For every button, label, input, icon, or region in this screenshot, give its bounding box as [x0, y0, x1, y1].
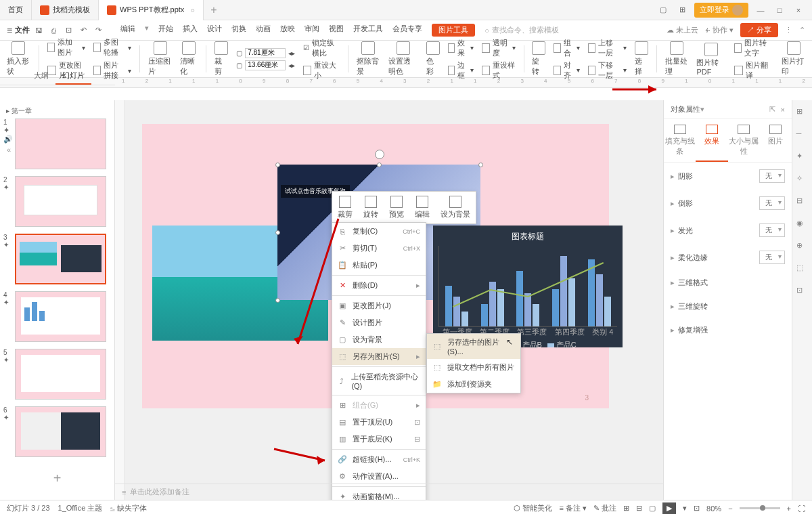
sub-extract-all[interactable]: ⬚提取文档中所有图片 — [427, 359, 520, 376]
notes-placeholder[interactable]: 单击此处添加备注 — [130, 487, 189, 497]
print-icon[interactable]: ⎙ — [47, 24, 60, 37]
share-button[interactable]: ↗ 分享 — [740, 23, 778, 37]
menu-review[interactable]: 审阅 — [304, 24, 319, 37]
side-icon-6[interactable]: ◉ — [796, 219, 809, 231]
set-trans-button[interactable]: 设置透明色 — [388, 41, 418, 77]
ctx-set-bg[interactable]: ▢设为背景 — [332, 331, 426, 348]
ctx-action[interactable]: ⚙动作设置(A)... — [332, 468, 426, 485]
color-button[interactable]: 色彩 — [426, 41, 440, 77]
comments-toggle[interactable]: ✎ 批注 — [593, 503, 616, 513]
notes-toggle[interactable]: ≡ 备注 ▾ — [559, 503, 587, 513]
view-reading-icon[interactable]: ▢ — [649, 504, 656, 513]
add-pic-button[interactable]: 添加图片 ▾ — [47, 37, 85, 58]
panel-close-icon[interactable]: × — [781, 106, 785, 114]
rp-tab-effect[interactable]: 效果 — [696, 119, 727, 162]
ctx-paste[interactable]: 📋粘贴(P) — [332, 257, 426, 274]
rp-tab-size[interactable]: 大小与属性 — [728, 119, 760, 162]
search-input[interactable]: ○ 查找命令、搜索模板 — [484, 25, 559, 35]
ctx-group[interactable]: ⊞组合(G)▸ — [332, 397, 426, 414]
remove-bg-button[interactable]: 抠除背景 — [357, 41, 380, 77]
rp-fix[interactable]: ▸修复增强 — [664, 318, 792, 342]
fit-icon[interactable]: ⛶ — [798, 505, 805, 513]
pin-icon[interactable]: ⇱ — [769, 105, 775, 114]
zoom-value[interactable]: 80% — [706, 505, 721, 513]
side-icon-7[interactable]: ⊕ — [796, 241, 809, 253]
menu-view[interactable]: 视图 — [329, 24, 344, 37]
ctx-delete[interactable]: ✕删除(D)▸ — [332, 277, 426, 294]
pic-trans-button[interactable]: 图片翻译 — [734, 60, 773, 81]
ctx-save-as[interactable]: ⬚另存为图片(S)▸ — [332, 348, 426, 365]
view-sorter-icon[interactable]: ⊟ — [636, 504, 642, 513]
menu-start[interactable]: 开始 — [158, 24, 173, 37]
zoom-slider[interactable] — [740, 507, 780, 509]
border-button[interactable]: 边框 ▾ — [448, 60, 474, 81]
preview-icon[interactable]: ⊡ — [62, 24, 74, 37]
add-slide-button[interactable]: + — [3, 464, 111, 493]
effect-button[interactable]: 效果 ▾ — [448, 38, 474, 58]
apps-icon[interactable]: ⊞ — [675, 5, 689, 14]
collapse-panel-icon[interactable]: « — [7, 146, 11, 154]
collab-button[interactable]: ፉ 协作 ▾ — [705, 25, 734, 35]
maximize-button[interactable]: □ — [773, 6, 786, 14]
rp-glow[interactable]: ▸发光无 — [664, 217, 792, 244]
cloud-status[interactable]: ☁ 未上云 — [667, 25, 698, 35]
thumbnail-4[interactable] — [15, 291, 106, 342]
ft-setbg[interactable]: 设为背景 — [435, 192, 476, 223]
pic-print-button[interactable]: 图片打印 — [782, 41, 805, 77]
thumbnail-3[interactable] — [15, 234, 106, 284]
rp-reflection[interactable]: ▸倒影无 — [664, 190, 792, 217]
menu-pictools[interactable]: 图片工具 — [432, 24, 475, 37]
side-icon-1[interactable]: ⊞ — [796, 107, 809, 119]
file-menu[interactable]: 文件 — [15, 25, 30, 35]
minimize-button[interactable]: — — [754, 6, 767, 14]
ctx-top[interactable]: ▤置于顶层(U)⊡ — [332, 414, 426, 431]
close-icon[interactable]: ○ — [190, 6, 195, 14]
pic-text-button[interactable]: 图片转文字 — [734, 38, 773, 58]
multi-layout-button[interactable]: 多图轮播 ▾ — [93, 37, 131, 58]
down-layer-button[interactable]: 下移一层 ▾ — [588, 60, 626, 81]
zoom-out[interactable]: − — [728, 505, 732, 513]
thumbnail-6[interactable] — [15, 406, 106, 457]
pic-to-pdf-button[interactable]: 图片转PDF — [696, 43, 726, 76]
select-button[interactable]: 选择 — [635, 41, 648, 77]
side-icon-4[interactable]: ✧ — [796, 174, 809, 186]
height-input[interactable]: ▢ ◂▸ — [236, 60, 295, 70]
menu-dev[interactable]: 开发工具 — [353, 24, 383, 37]
sub-add-res[interactable]: 📁添加到资源夹 — [427, 376, 520, 393]
ctx-cut[interactable]: ✂剪切(T)Ctrl+X — [332, 240, 426, 257]
side-icon-2[interactable]: ─ — [796, 129, 809, 142]
side-icon-5[interactable]: ⊟ — [796, 196, 809, 209]
tab-home[interactable]: 首页 — [0, 0, 32, 20]
rotate-handle[interactable] — [375, 150, 384, 159]
save-icon[interactable]: 🖫 — [32, 24, 45, 37]
collapse-ribbon-icon[interactable]: ⌃ — [799, 26, 805, 35]
menu-design[interactable]: 设计 — [207, 24, 222, 37]
batch-button[interactable]: 批量处理 — [665, 41, 689, 77]
new-tab-button[interactable]: + — [204, 4, 224, 16]
hamburger-icon[interactable]: ≡ — [7, 25, 12, 36]
undo-icon[interactable]: ↶ — [77, 24, 89, 37]
side-icon-3[interactable]: ✦ — [796, 152, 809, 164]
thumbnail-5[interactable] — [15, 349, 106, 400]
ctx-upload[interactable]: ⤴上传至稻壳资源中心(Q) — [332, 368, 426, 393]
side-icon-8[interactable]: ⬚ — [796, 263, 809, 276]
ctx-copy[interactable]: ⎘复制(C)Ctrl+C — [332, 223, 426, 240]
redo-icon[interactable]: ↷ — [92, 24, 104, 37]
rp-3d-rotate[interactable]: ▸三维旋转 — [664, 295, 792, 318]
thumbnail-1[interactable] — [15, 119, 106, 169]
thumbnail-2[interactable] — [15, 176, 106, 227]
trans-button[interactable]: 透明度 ▾ — [482, 38, 515, 58]
menu-member[interactable]: 会员专享 — [392, 24, 422, 37]
lock-ratio-checkbox[interactable]: ☑ 锁定纵横比 — [303, 38, 340, 58]
menu-transition[interactable]: 切换 — [231, 24, 246, 37]
more-icon[interactable]: ⋮ — [785, 26, 792, 35]
ft-preview[interactable]: 预览 — [384, 192, 409, 223]
beautify-button[interactable]: ⬡ 智能美化 — [514, 503, 552, 513]
zoom-fit-icon[interactable]: ⊡ — [694, 504, 700, 513]
align-button[interactable]: 对齐 ▾ — [554, 60, 580, 81]
slideshow-button[interactable]: ▶ — [662, 502, 676, 515]
layout-icon[interactable]: ▢ — [656, 5, 670, 14]
ft-edit[interactable]: 编辑 — [409, 192, 435, 223]
missing-font[interactable]: ⎁ 缺失字体 — [110, 503, 147, 513]
crop-button[interactable]: 裁剪 — [215, 41, 228, 77]
